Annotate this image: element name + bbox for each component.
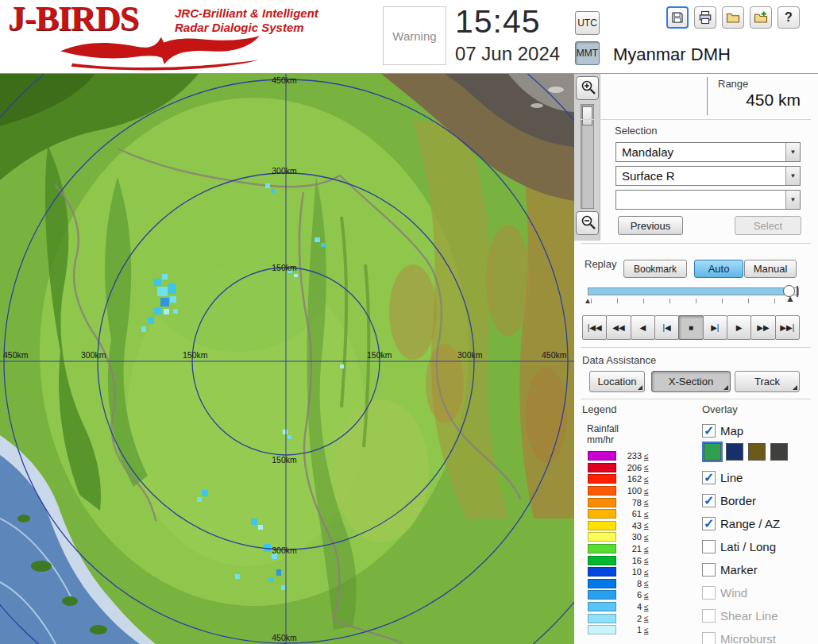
chevron-down-icon[interactable]: ▼ [785, 167, 800, 185]
mmt-button[interactable]: MMT [575, 41, 600, 65]
map-style-navy[interactable] [726, 443, 743, 461]
previous-button[interactable]: Previous [618, 216, 683, 235]
overlay-microburst-checkbox[interactable]: Microburst [702, 630, 776, 644]
site-dropdown[interactable]: Mandalay ▼ [615, 142, 801, 162]
separator [581, 347, 811, 348]
skip-last-button[interactable]: ▶▶| [775, 315, 800, 340]
play-button[interactable]: ▶ [727, 315, 751, 340]
overlay-line-checkbox[interactable]: Line [702, 469, 743, 486]
timeline-ticks [591, 299, 791, 303]
overlay-range-az-checkbox[interactable]: Range / AZ [702, 515, 780, 532]
overlay-map-checkbox[interactable]: Map [702, 422, 743, 439]
ring-label: 300km [81, 350, 106, 360]
chevron-down-icon[interactable]: ▼ [785, 191, 800, 209]
print-icon [698, 10, 712, 25]
legend-swatch [588, 625, 616, 634]
chevron-down-icon[interactable]: ▼ [785, 143, 800, 161]
legend-swatch [588, 498, 616, 507]
step-forward-button[interactable]: ▶| [703, 315, 727, 340]
stop-button[interactable]: ■ [678, 315, 703, 340]
replay-timeline-slider[interactable] [588, 287, 799, 295]
clock-time: 15:45 [455, 3, 541, 40]
legend-row: 4≤ [588, 601, 675, 613]
extra-dropdown[interactable]: ▼ [615, 190, 801, 210]
legend-row: 206≤ [588, 462, 675, 474]
ring-label: 300km [457, 350, 483, 360]
legend-row: 43≤ [588, 520, 675, 532]
legend-row: 16≤ [588, 554, 675, 566]
track-button[interactable]: Track [735, 371, 800, 392]
select-button[interactable]: Select [735, 216, 801, 235]
logo-subtitle: JRC-Brilliant & Intelligent Radar Dialog… [175, 6, 318, 35]
ring-label: 150km [272, 263, 297, 272]
radar-map[interactable]: 450km 300km 150km 150km 300km 450km 450k… [0, 74, 574, 644]
skip-first-button[interactable]: |◀◀ [582, 315, 607, 340]
ring-label: 300km [272, 546, 297, 555]
auto-button[interactable]: Auto [694, 260, 743, 278]
step-back-button[interactable]: |◀ [654, 315, 679, 340]
checkbox-icon [702, 471, 716, 484]
map-style-gray[interactable] [770, 443, 788, 461]
j-birds-app: J-BIRDS JRC-Brilliant & Intelligent Rada… [0, 0, 818, 644]
logo-subtitle-line2: Radar Dialogic System [175, 21, 318, 35]
map-style-green[interactable] [704, 443, 721, 461]
zoom-out-icon [580, 214, 597, 231]
zoom-in-icon [580, 79, 597, 96]
overlay-lati-long-checkbox[interactable]: Lati / Long [702, 538, 776, 555]
save-button[interactable] [666, 6, 689, 29]
export-button[interactable] [750, 6, 772, 29]
map-style-swatches [704, 443, 788, 461]
overlay-marker-checkbox[interactable]: Marker [702, 561, 758, 578]
utc-button[interactable]: UTC [575, 11, 600, 35]
map-style-olive[interactable] [748, 443, 766, 461]
legend-swatch [588, 567, 616, 577]
overlay-label: Overlay [702, 403, 738, 415]
overlay-shear-line-checkbox[interactable]: Shear Line [702, 607, 778, 624]
range-value: 450 km [693, 91, 801, 110]
export-icon [754, 10, 768, 25]
replay-label: Replay [585, 258, 616, 270]
legend-swatch [588, 474, 616, 484]
ring-label: 300km [272, 166, 297, 175]
bookmark-button[interactable]: Bookmark [623, 260, 687, 278]
station-name: Myanmar DMH [613, 44, 731, 65]
save-icon [670, 10, 685, 25]
ring-label: 450km [3, 350, 29, 360]
product-dropdown[interactable]: Surface R ▼ [615, 166, 801, 186]
legend-row: 100≤ [588, 485, 675, 497]
logo: J-BIRDS JRC-Brilliant & Intelligent Rada… [6, 2, 332, 73]
legend-row: 8≤ [588, 578, 675, 590]
legend-row: 162≤ [588, 473, 675, 485]
legend-swatch [588, 614, 616, 623]
replay-timeline-end [797, 286, 798, 297]
x-section-button[interactable]: X-Section [651, 371, 731, 392]
warning-status: Warning [383, 6, 446, 65]
legend-swatch [588, 509, 616, 519]
ring-label: 150km [183, 350, 208, 360]
play-backward-button[interactable]: ◀ [631, 315, 655, 340]
location-button[interactable]: Location [589, 371, 645, 392]
overlay-wind-checkbox[interactable]: Wind [702, 584, 747, 601]
folder-icon [726, 10, 740, 25]
separator [581, 399, 811, 399]
print-button[interactable] [694, 6, 716, 29]
manual-button[interactable]: Manual [744, 260, 797, 278]
zoom-slider-thumb[interactable] [582, 106, 592, 125]
selection-label: Selection [615, 125, 657, 137]
checkbox-icon [702, 494, 716, 507]
ring-label: 450km [272, 633, 297, 642]
open-folder-button[interactable] [722, 6, 744, 29]
legend-row: 78≤ [588, 496, 675, 508]
legend-row: 30≤ [588, 531, 675, 543]
separator [581, 119, 811, 120]
checkbox-icon [702, 540, 716, 553]
help-button[interactable]: ? [777, 6, 800, 29]
fast-forward-button[interactable]: ▶▶ [750, 315, 775, 340]
warning-label: Warning [392, 29, 436, 43]
zoom-out-button[interactable] [576, 211, 599, 235]
zoom-in-button[interactable] [576, 76, 599, 100]
legend-row: 1≤ [588, 624, 675, 636]
logo-title: J-BIRDS [8, 0, 138, 39]
overlay-border-checkbox[interactable]: Border [702, 492, 756, 509]
rewind-button[interactable]: ◀◀ [606, 315, 631, 340]
